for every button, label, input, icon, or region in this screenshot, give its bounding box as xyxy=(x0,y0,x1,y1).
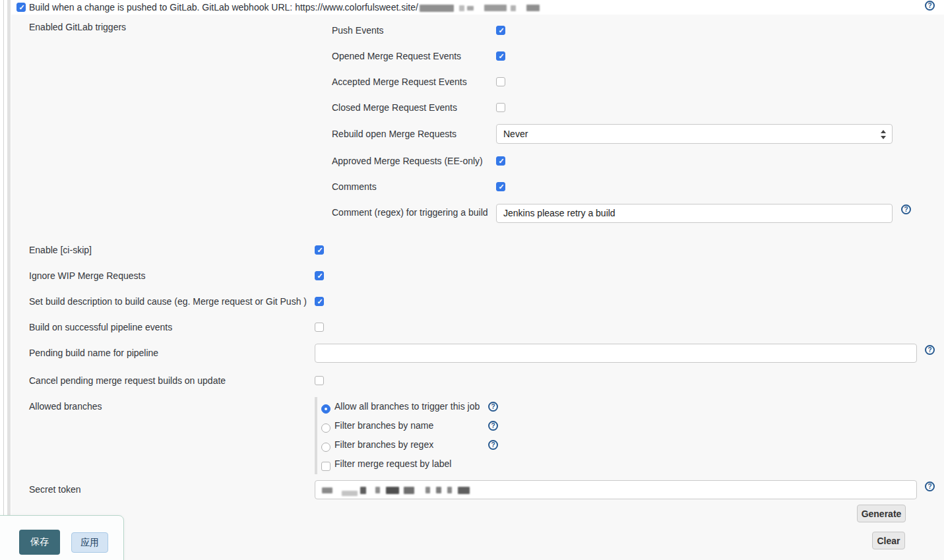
filter-branches-by-name-radio[interactable] xyxy=(321,423,330,433)
secret-token-input[interactable] xyxy=(315,480,917,499)
push-events-label: Push Events xyxy=(332,25,384,36)
approved-mr-label: Approved Merge Requests (EE-only) xyxy=(332,156,483,166)
build-when-pushed-checkbox[interactable] xyxy=(16,3,26,12)
gitlab-trigger-config-page: Build when a change is pushed to GitLab.… xyxy=(0,0,944,560)
ignore-wip-label: Ignore WIP Merge Requests xyxy=(29,270,145,281)
accepted-mr-checkbox[interactable] xyxy=(496,77,505,86)
allow-all-branches-radio[interactable] xyxy=(321,404,330,414)
apply-button[interactable]: 应用 xyxy=(71,532,108,553)
filter-branches-by-regex-label: Filter branches by regex xyxy=(334,439,433,450)
opened-mr-checkbox[interactable] xyxy=(496,51,505,61)
help-icon[interactable]: ? xyxy=(488,440,498,450)
cancel-pending-label: Cancel pending merge request builds on u… xyxy=(29,375,226,386)
redacted-url-part xyxy=(418,2,540,13)
filter-mr-by-label-label: Filter merge request by label xyxy=(334,458,451,469)
filter-mr-by-label-checkbox[interactable] xyxy=(321,462,330,471)
enabled-triggers-label: Enabled GitLab triggers xyxy=(29,22,126,32)
allowed-branches-label: Allowed branches xyxy=(29,401,102,412)
help-icon[interactable]: ? xyxy=(925,482,935,491)
help-icon[interactable]: ? xyxy=(488,402,498,412)
rebuild-open-mr-select[interactable]: Never xyxy=(496,124,893,144)
pending-build-name-label: Pending build name for pipeline xyxy=(29,348,158,358)
push-events-checkbox[interactable] xyxy=(496,26,505,35)
section-indent-band xyxy=(7,0,11,560)
generate-button[interactable]: Generate xyxy=(857,505,906,522)
build-on-pipeline-checkbox[interactable] xyxy=(315,323,324,332)
approved-mr-checkbox[interactable] xyxy=(496,156,505,166)
cancel-pending-checkbox[interactable] xyxy=(315,376,324,385)
ignore-wip-checkbox[interactable] xyxy=(315,271,324,280)
accepted-mr-label: Accepted Merge Request Events xyxy=(332,77,467,87)
help-icon[interactable]: ? xyxy=(488,421,498,431)
allow-all-branches-label: Allow all branches to trigger this job xyxy=(334,401,480,412)
help-icon[interactable]: ? xyxy=(901,204,911,214)
save-button[interactable]: 保存 xyxy=(19,530,60,555)
allowed-branches-indent-band xyxy=(315,397,317,474)
set-build-description-checkbox[interactable] xyxy=(315,297,324,306)
save-apply-panel: 保存 应用 xyxy=(0,515,124,560)
comment-regex-label: Comment (regex) for triggering a build xyxy=(332,207,488,218)
build-on-pipeline-label: Build on successful pipeline events xyxy=(29,322,172,332)
build-when-pushed-label: Build when a change is pushed to GitLab.… xyxy=(29,2,540,13)
comment-regex-input[interactable]: Jenkins please retry a build xyxy=(496,204,893,223)
pending-build-name-input[interactable] xyxy=(315,344,917,363)
filter-branches-by-regex-radio[interactable] xyxy=(321,443,330,452)
webhook-url-text: Build when a change is pushed to GitLab.… xyxy=(29,2,418,13)
secret-token-label: Secret token xyxy=(29,484,81,495)
ci-skip-checkbox[interactable] xyxy=(315,245,324,255)
clear-button[interactable]: Clear xyxy=(872,532,905,549)
section-background xyxy=(11,15,944,560)
ci-skip-label: Enable [ci-skip] xyxy=(29,245,92,255)
help-icon[interactable]: ? xyxy=(925,345,935,355)
filter-branches-by-name-label: Filter branches by name xyxy=(334,420,433,431)
help-icon[interactable]: ? xyxy=(925,1,935,11)
closed-mr-checkbox[interactable] xyxy=(496,103,505,112)
opened-mr-label: Opened Merge Request Events xyxy=(332,51,461,61)
set-build-description-label: Set build description to build cause (eg… xyxy=(29,296,307,307)
comments-label: Comments xyxy=(332,181,377,192)
closed-mr-label: Closed Merge Request Events xyxy=(332,102,457,113)
select-stepper-icon xyxy=(881,129,886,140)
comments-checkbox[interactable] xyxy=(496,182,505,191)
left-indent-line xyxy=(3,0,4,560)
rebuild-open-mr-value: Never xyxy=(503,129,528,139)
redacted-token-value xyxy=(322,484,470,495)
rebuild-open-mr-label: Rebuild open Merge Requests xyxy=(332,129,456,139)
